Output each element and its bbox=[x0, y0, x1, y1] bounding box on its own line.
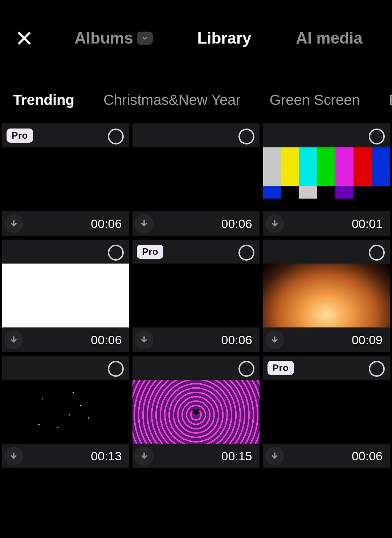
clip-duration: 00:06 bbox=[352, 449, 383, 463]
card-bottom: 00:06 bbox=[263, 444, 390, 468]
download-icon bbox=[9, 219, 19, 229]
card-top: Pro bbox=[2, 123, 129, 147]
card-top bbox=[2, 356, 129, 380]
select-toggle[interactable] bbox=[108, 245, 124, 261]
app-screen: Albums Library AI media Trending Christm… bbox=[0, 0, 392, 538]
download-icon bbox=[139, 335, 149, 345]
card-top bbox=[263, 123, 390, 147]
clip-duration: 00:15 bbox=[221, 449, 252, 463]
card-bottom: 00:13 bbox=[2, 444, 129, 468]
select-toggle[interactable] bbox=[369, 361, 385, 377]
clip-thumbnail[interactable] bbox=[2, 147, 129, 211]
download-icon bbox=[270, 451, 280, 461]
clip-duration: 00:06 bbox=[221, 217, 252, 231]
clip-card[interactable]: Pro 00:06 bbox=[263, 356, 390, 468]
clip-card[interactable]: 00:13 bbox=[2, 356, 129, 468]
tab-label: Library bbox=[197, 29, 251, 47]
header: Albums Library AI media bbox=[0, 0, 392, 76]
download-button[interactable] bbox=[265, 214, 284, 233]
category-background[interactable]: Background bbox=[389, 92, 392, 108]
clip-thumbnail[interactable] bbox=[2, 264, 129, 327]
select-toggle[interactable] bbox=[238, 361, 254, 377]
download-icon bbox=[9, 335, 19, 345]
pro-badge: Pro bbox=[7, 129, 33, 143]
tab-library[interactable]: Library bbox=[197, 29, 251, 47]
download-button[interactable] bbox=[135, 330, 154, 349]
clip-thumbnail[interactable] bbox=[132, 264, 259, 327]
download-button[interactable] bbox=[4, 214, 23, 233]
select-toggle[interactable] bbox=[108, 129, 124, 144]
download-button[interactable] bbox=[135, 447, 154, 465]
clip-card[interactable]: 00:06 bbox=[132, 123, 259, 236]
clip-thumbnail[interactable] bbox=[132, 147, 259, 211]
tab-albums[interactable]: Albums bbox=[74, 29, 152, 47]
main-tabs: Albums Library AI media bbox=[34, 29, 377, 47]
card-bottom: 00:06 bbox=[132, 327, 259, 352]
category-trending[interactable]: Trending bbox=[13, 92, 74, 108]
clip-card[interactable]: Pro 00:06 bbox=[132, 240, 259, 352]
card-bottom: 00:06 bbox=[132, 211, 259, 236]
card-top bbox=[263, 240, 390, 264]
clip-card[interactable]: 00:15 bbox=[132, 356, 259, 468]
card-top bbox=[2, 240, 129, 264]
card-top: Pro bbox=[132, 240, 259, 264]
clip-thumbnail[interactable] bbox=[263, 380, 390, 444]
close-icon bbox=[16, 29, 33, 47]
clip-thumbnail[interactable] bbox=[132, 380, 259, 444]
clip-duration: 00:06 bbox=[91, 217, 122, 231]
card-bottom: 00:06 bbox=[2, 211, 129, 236]
category-green-screen[interactable]: Green Screen bbox=[270, 92, 360, 108]
clip-thumbnail[interactable] bbox=[263, 147, 390, 211]
download-icon bbox=[9, 451, 19, 461]
select-toggle[interactable] bbox=[369, 245, 385, 261]
clip-duration: 00:09 bbox=[352, 333, 383, 347]
select-toggle[interactable] bbox=[369, 129, 385, 144]
card-top bbox=[132, 356, 259, 380]
download-button[interactable] bbox=[265, 447, 284, 465]
card-top bbox=[132, 123, 259, 147]
clip-card[interactable]: Pro 00:06 bbox=[2, 123, 129, 236]
clip-duration: 00:06 bbox=[91, 333, 122, 347]
clip-duration: 00:13 bbox=[91, 449, 122, 463]
download-icon bbox=[270, 335, 280, 345]
download-button[interactable] bbox=[4, 447, 23, 465]
chevron-down-icon bbox=[141, 34, 149, 42]
clip-card[interactable]: 00:01 bbox=[263, 123, 390, 236]
category-tabs[interactable]: Trending Christmas&New Year Green Screen… bbox=[0, 76, 392, 123]
tab-ai-media[interactable]: AI media bbox=[296, 29, 362, 47]
close-button[interactable] bbox=[15, 28, 34, 48]
clip-grid: Pro 00:06 00:06 bbox=[0, 123, 392, 468]
card-bottom: 00:06 bbox=[2, 327, 129, 352]
albums-dropdown[interactable] bbox=[137, 32, 153, 45]
clip-thumbnail[interactable] bbox=[263, 264, 390, 327]
card-top: Pro bbox=[263, 356, 390, 380]
tab-label: Albums bbox=[74, 29, 133, 47]
download-button[interactable] bbox=[265, 330, 284, 349]
clip-card[interactable]: 00:06 bbox=[2, 240, 129, 352]
download-icon bbox=[270, 219, 280, 229]
clip-thumbnail[interactable] bbox=[2, 380, 129, 444]
category-christmas-new-year[interactable]: Christmas&New Year bbox=[103, 92, 241, 108]
select-toggle[interactable] bbox=[238, 245, 254, 261]
card-bottom: 00:01 bbox=[263, 211, 390, 236]
select-toggle[interactable] bbox=[108, 361, 124, 377]
download-button[interactable] bbox=[135, 214, 154, 233]
card-bottom: 00:09 bbox=[263, 327, 390, 352]
clip-duration: 00:01 bbox=[352, 217, 383, 231]
select-toggle[interactable] bbox=[238, 129, 254, 144]
pro-badge: Pro bbox=[268, 361, 294, 375]
clip-duration: 00:06 bbox=[221, 333, 252, 347]
download-button[interactable] bbox=[4, 330, 23, 349]
clip-card[interactable]: 00:09 bbox=[263, 240, 390, 352]
download-icon bbox=[139, 219, 149, 229]
download-icon bbox=[139, 451, 149, 461]
card-bottom: 00:15 bbox=[132, 444, 259, 468]
tab-label: AI media bbox=[296, 29, 362, 47]
pro-badge: Pro bbox=[137, 245, 163, 259]
